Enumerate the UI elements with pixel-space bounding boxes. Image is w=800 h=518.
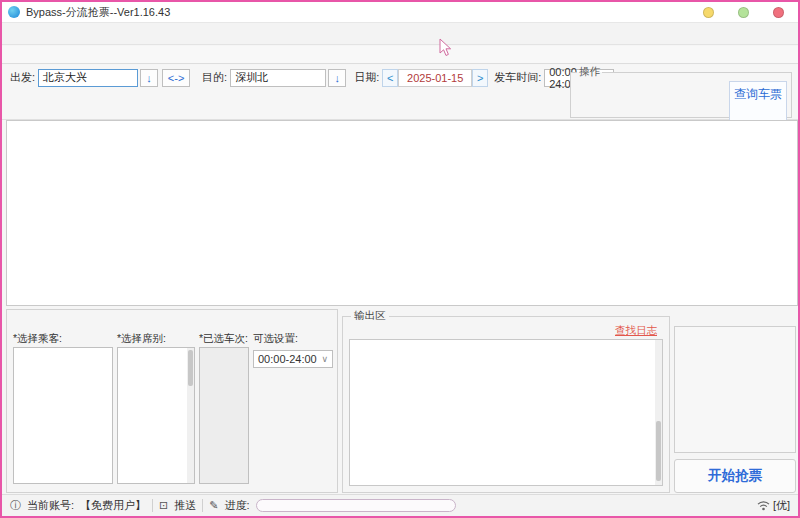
- scrollbar-thumb[interactable]: [656, 421, 661, 481]
- train-table-container: [6, 120, 798, 306]
- trains-label: *已选车次:: [199, 332, 248, 346]
- query-tickets-button[interactable]: 查询车票: [729, 81, 787, 121]
- window-title: Bypass-分流抢票--Ver1.16.43: [26, 5, 170, 20]
- operations-group: 操作 查询车票: [570, 65, 792, 118]
- app-logo-icon: [8, 6, 20, 18]
- depart-time-label: 发车时间:: [494, 70, 541, 85]
- title-bar: Bypass-分流抢票--Ver1.16.43: [2, 2, 798, 22]
- extra-train-time-value: 00:00-24:00: [258, 353, 317, 365]
- find-log-link[interactable]: 查找日志: [613, 324, 659, 338]
- account-value: 【免费用户】: [80, 498, 146, 513]
- selected-trains-list[interactable]: [199, 347, 249, 484]
- general-settings-tabs: [674, 309, 796, 326]
- seat-list-scrollbar[interactable]: [187, 348, 194, 483]
- account-label: 当前账号:: [27, 498, 74, 513]
- status-bar: ⓘ 当前账号: 【免费用户】 ⊡ 推送 ✎ 进度: [优]: [2, 494, 798, 516]
- from-label: 出发:: [10, 70, 35, 85]
- app-window: Bypass-分流抢票--Ver1.16.43 出发: 北京大兴 ↓ <-> 目…: [0, 0, 800, 518]
- progress-label: 进度:: [225, 498, 250, 513]
- divider: [152, 499, 153, 512]
- search-form: 出发: 北京大兴 ↓ <-> 目的: 深圳北 ↓ 日期: < 2025-01-1…: [2, 65, 798, 120]
- close-button[interactable]: [773, 7, 784, 18]
- net-quality: [优]: [773, 498, 790, 513]
- grab-settings-panel: *选择乘客: *选择席别: *已选车次: 可选设置: 00:00-24:00∨: [6, 309, 338, 493]
- output-legend: 输出区: [351, 309, 389, 323]
- page-tabs: [2, 46, 798, 64]
- wifi-icon: [757, 500, 770, 511]
- grab-settings-tabs: [7, 310, 337, 327]
- from-dropdown-button[interactable]: ↓: [140, 69, 158, 87]
- minimize-button[interactable]: [703, 7, 714, 18]
- to-input[interactable]: 深圳北: [230, 69, 326, 87]
- date-input[interactable]: 2025-01-15: [398, 69, 472, 87]
- window-controls: [703, 7, 792, 18]
- to-label: 目的:: [202, 70, 227, 85]
- date-label: 日期:: [354, 70, 379, 85]
- seat-list[interactable]: [117, 347, 195, 484]
- progress-bar: [256, 499, 456, 512]
- progress-pencil-icon: ✎: [209, 499, 218, 512]
- passenger-list[interactable]: [13, 347, 113, 484]
- log-scrollbar[interactable]: [655, 340, 662, 485]
- output-panel: 输出区 查找日志: [342, 309, 670, 493]
- info-icon: ⓘ: [10, 498, 21, 513]
- maximize-button[interactable]: [738, 7, 749, 18]
- start-grab-button[interactable]: 开始抢票: [674, 459, 796, 493]
- general-settings-panel: 开始抢票: [674, 309, 796, 493]
- general-settings-box: [674, 326, 796, 453]
- date-prev-button[interactable]: <: [382, 69, 398, 87]
- date-next-button[interactable]: >: [472, 69, 488, 87]
- scrollbar-thumb[interactable]: [188, 350, 193, 386]
- divider: [202, 499, 203, 512]
- extra-train-time-select[interactable]: 00:00-24:00∨: [253, 350, 333, 368]
- chevron-down-icon: ∨: [321, 354, 328, 364]
- from-input[interactable]: 北京大兴: [38, 69, 138, 87]
- toolbar: [2, 22, 798, 45]
- mouse-cursor: [439, 38, 453, 58]
- seat-label: *选择席别:: [117, 332, 166, 346]
- log-output[interactable]: [349, 339, 663, 486]
- operations-legend: 操作: [577, 65, 602, 79]
- options-label: 可选设置:: [253, 332, 337, 346]
- to-dropdown-button[interactable]: ↓: [328, 69, 346, 87]
- swap-stations-button[interactable]: <->: [162, 69, 190, 87]
- push-icon: ⊡: [159, 499, 168, 512]
- passenger-label: *选择乘客:: [13, 332, 62, 346]
- push-label[interactable]: 推送: [174, 498, 196, 513]
